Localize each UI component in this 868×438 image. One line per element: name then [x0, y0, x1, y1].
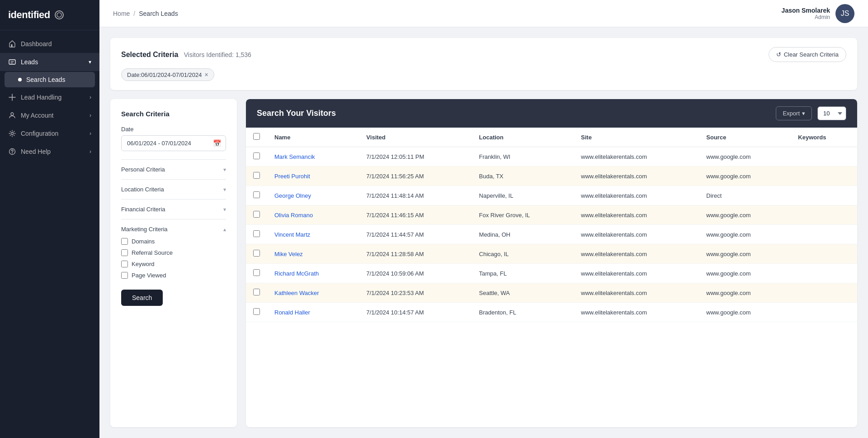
- cell-visited: 7/1/2024 11:28:58 AM: [359, 244, 472, 264]
- results-header: Search Your Visitors Export ▾ 10 25 50 1…: [246, 99, 857, 128]
- sidebar-item-search-leads[interactable]: Search Leads: [5, 72, 95, 87]
- checkbox-page-viewed-label: Page Viewed: [132, 272, 166, 279]
- checkbox-page-viewed-input[interactable]: [121, 272, 128, 279]
- row-checkbox[interactable]: [253, 211, 260, 218]
- checkbox-referral[interactable]: Referral Source: [121, 249, 226, 256]
- breadcrumb-home[interactable]: Home: [113, 10, 130, 17]
- results-panel: Search Your Visitors Export ▾ 10 25 50 1…: [246, 99, 857, 427]
- clear-search-button[interactable]: ↺ Clear Search Criteria: [769, 47, 846, 62]
- row-checkbox[interactable]: [253, 230, 260, 237]
- chevron-down-icon: ▾: [89, 59, 91, 65]
- col-name: Name: [267, 128, 359, 147]
- chevron-right-icon: ›: [90, 94, 91, 100]
- cell-source: www.google.com: [699, 225, 791, 244]
- row-checkbox[interactable]: [253, 289, 260, 295]
- criteria-visitors: Visitors Identified: 1,536: [184, 51, 251, 58]
- search-button[interactable]: Search: [121, 290, 163, 306]
- row-checkbox[interactable]: [253, 308, 260, 315]
- marketing-criteria-header[interactable]: Marketing Criteria ▴: [121, 226, 226, 233]
- cell-location: Naperville, IL: [472, 186, 574, 205]
- cell-source: www.google.com: [699, 147, 791, 167]
- calendar-icon: 📅: [213, 139, 222, 148]
- sidebar-item-label: Leads: [21, 58, 38, 66]
- cell-name[interactable]: Preeti Purohit: [267, 167, 359, 186]
- user-name: Jason Smolarek: [782, 7, 830, 14]
- table-row: Vincent Martz 7/1/2024 11:44:57 AM Medin…: [246, 225, 857, 244]
- col-keywords: Keywords: [791, 128, 857, 147]
- cell-name[interactable]: George Olney: [267, 186, 359, 205]
- date-input[interactable]: [121, 135, 226, 151]
- location-criteria-header[interactable]: Location Criteria ▾: [121, 186, 226, 193]
- content-area: Selected Criteria Visitors Identified: 1…: [99, 27, 868, 438]
- help-icon: [8, 148, 16, 156]
- export-button[interactable]: Export ▾: [776, 106, 812, 120]
- col-visited: Visited: [359, 128, 472, 147]
- sidebar-item-label: Dashboard: [21, 40, 52, 48]
- sidebar-item-label: Need Help: [21, 148, 51, 155]
- sidebar-item-my-account[interactable]: My Account ›: [0, 106, 99, 124]
- row-checkbox-cell: [246, 147, 267, 167]
- nav: Dashboard Leads ▾ Search Leads Lead Hand…: [0, 30, 99, 438]
- svg-point-3: [11, 113, 14, 115]
- avatar[interactable]: JS: [835, 4, 854, 23]
- row-checkbox[interactable]: [253, 269, 260, 276]
- row-checkbox-cell: [246, 283, 267, 303]
- col-location: Location: [472, 128, 574, 147]
- cell-site: www.elitelakerentals.com: [574, 186, 699, 205]
- checkbox-domains[interactable]: Domains: [121, 238, 226, 245]
- checkbox-domains-input[interactable]: [121, 238, 128, 245]
- cell-site: www.elitelakerentals.com: [574, 244, 699, 264]
- per-page-select[interactable]: 10 25 50 100: [817, 106, 846, 120]
- selected-criteria-panel: Selected Criteria Visitors Identified: 1…: [110, 38, 857, 90]
- checkbox-keyword-input[interactable]: [121, 261, 128, 267]
- sidebar-item-lead-handling[interactable]: Lead Handling ›: [0, 88, 99, 106]
- cell-name[interactable]: Vincent Martz: [267, 225, 359, 244]
- cell-source: www.google.com: [699, 264, 791, 283]
- row-checkbox[interactable]: [253, 172, 260, 179]
- tag-label: Date:06/01/2024-07/01/2024: [127, 71, 202, 78]
- cell-visited: 7/1/2024 10:59:06 AM: [359, 264, 472, 283]
- cell-source: www.google.com: [699, 167, 791, 186]
- cell-visited: 7/1/2024 10:14:57 AM: [359, 303, 472, 322]
- sidebar-item-leads[interactable]: Leads ▾: [0, 53, 99, 71]
- personal-criteria-header[interactable]: Personal Criteria ▾: [121, 166, 226, 173]
- checkbox-referral-input[interactable]: [121, 249, 128, 256]
- row-checkbox[interactable]: [253, 152, 260, 159]
- chevron-right-icon: ›: [90, 112, 91, 119]
- cell-location: Seattle, WA: [472, 283, 574, 303]
- cell-keywords: [791, 225, 857, 244]
- cell-name[interactable]: Kathleen Wacker: [267, 283, 359, 303]
- cell-name[interactable]: Ronald Haller: [267, 303, 359, 322]
- chevron-down-icon: ▾: [223, 186, 226, 193]
- cell-name[interactable]: Mark Semancik: [267, 147, 359, 167]
- row-checkbox[interactable]: [253, 191, 260, 198]
- cell-name[interactable]: Mike Velez: [267, 244, 359, 264]
- row-checkbox-cell: [246, 205, 267, 225]
- logo-icon: [55, 10, 64, 19]
- user-role: Admin: [782, 14, 830, 20]
- cell-visited: 7/1/2024 11:56:25 AM: [359, 167, 472, 186]
- col-site: Site: [574, 128, 699, 147]
- row-checkbox[interactable]: [253, 250, 260, 257]
- financial-criteria-header[interactable]: Financial Criteria ▾: [121, 206, 226, 213]
- cell-location: Bradenton, FL: [472, 303, 574, 322]
- cell-name[interactable]: Richard McGrath: [267, 264, 359, 283]
- personal-criteria-section: Personal Criteria ▾: [121, 159, 226, 179]
- cell-source: www.google.com: [699, 303, 791, 322]
- svg-point-4: [11, 133, 14, 135]
- checkbox-page-viewed[interactable]: Page Viewed: [121, 272, 226, 279]
- sidebar-item-label: My Account: [21, 112, 53, 119]
- select-all-checkbox[interactable]: [253, 133, 260, 140]
- cell-site: www.elitelakerentals.com: [574, 303, 699, 322]
- chevron-down-icon: ▾: [223, 206, 226, 213]
- tag-close-button[interactable]: ×: [205, 71, 208, 78]
- sidebar-item-configuration[interactable]: Configuration ›: [0, 124, 99, 143]
- sidebar-item-need-help[interactable]: Need Help ›: [0, 143, 99, 161]
- cell-visited: 7/1/2024 11:44:57 AM: [359, 225, 472, 244]
- results-title: Search Your Visitors: [257, 109, 336, 118]
- checkbox-keyword[interactable]: Keyword: [121, 261, 226, 267]
- sidebar-item-dashboard[interactable]: Dashboard: [0, 35, 99, 53]
- cell-name[interactable]: Olivia Romano: [267, 205, 359, 225]
- chevron-down-icon: ▾: [223, 167, 226, 173]
- date-form-group: Date 📅: [121, 126, 226, 151]
